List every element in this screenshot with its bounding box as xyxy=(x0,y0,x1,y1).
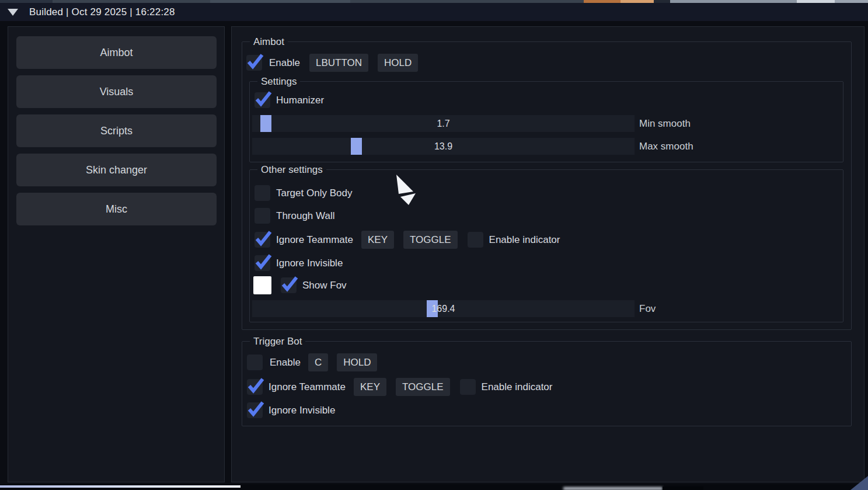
sidebar-item-aimbot[interactable]: Aimbot xyxy=(16,36,217,69)
max-smooth-label: Max smooth xyxy=(639,141,693,152)
sidebar-item-visuals[interactable]: Visuals xyxy=(16,75,217,108)
other-settings-group-title: Other settings xyxy=(257,164,326,175)
min-smooth-slider[interactable]: 1.7 xyxy=(252,115,635,132)
aimbot-group: Aimbot Enable LBUTTON HOLD Settings Huma… xyxy=(242,41,852,330)
sidebar-item-scripts[interactable]: Scripts xyxy=(16,114,217,147)
check-icon xyxy=(280,274,299,293)
aimbot-ignore-invisible-checkbox[interactable] xyxy=(255,255,270,271)
trigger-bot-group-title: Trigger Bot xyxy=(250,336,305,347)
aimbot-ignore-teammate-checkbox[interactable] xyxy=(255,232,270,248)
check-icon xyxy=(254,228,273,247)
humanizer-checkbox[interactable] xyxy=(255,92,270,108)
fov-slider[interactable]: 169.4 xyxy=(252,300,635,317)
fov-label: Fov xyxy=(639,303,656,315)
check-icon xyxy=(246,399,265,418)
through-wall-row: Through Wall xyxy=(255,208,843,224)
aimbot-group-title: Aimbot xyxy=(250,36,288,47)
aimbot-enable-indicator-checkbox[interactable] xyxy=(468,232,483,248)
trigger-ignore-teammate-label: Ignore Teammate xyxy=(269,381,346,393)
humanizer-label: Humanizer xyxy=(276,95,324,106)
target-only-body-checkbox[interactable] xyxy=(255,185,270,201)
humanizer-row: Humanizer xyxy=(255,92,843,108)
fov-color-swatch[interactable] xyxy=(253,276,271,294)
aimbot-ignore-invisible-label: Ignore Invisible xyxy=(276,258,343,269)
through-wall-checkbox[interactable] xyxy=(255,208,270,224)
aimbot-ignore-teammate-mode-button[interactable]: TOGGLE xyxy=(403,231,458,249)
aimbot-enable-label: Enable xyxy=(269,57,300,69)
trigger-bot-group: Trigger Bot Enable C HOLD Ignore Teammat… xyxy=(242,341,852,426)
trigger-enable-indicator-checkbox[interactable] xyxy=(460,379,476,395)
aimbot-keybind-button[interactable]: LBUTTON xyxy=(309,54,368,72)
through-wall-label: Through Wall xyxy=(276,210,334,222)
min-smooth-label: Min smooth xyxy=(639,118,691,130)
settings-group-title: Settings xyxy=(257,76,300,87)
max-smooth-value: 13.9 xyxy=(252,138,635,155)
trigger-enable-row: Enable C HOLD xyxy=(247,353,851,371)
aimbot-enable-row: Enable LBUTTON HOLD xyxy=(246,54,851,72)
sidebar-item-misc[interactable]: Misc xyxy=(16,193,217,225)
titlebar: Builded | Oct 29 2025 | 16:22:28 xyxy=(0,3,868,21)
sidebar-item-skin-changer[interactable]: Skin changer xyxy=(16,154,217,186)
main-panel: Aimbot Enable LBUTTON HOLD Settings Huma… xyxy=(231,26,864,482)
max-smooth-slider[interactable]: 13.9 xyxy=(252,138,635,155)
sidebar: Aimbot Visuals Scripts Skin changer Misc xyxy=(8,26,225,482)
target-only-body-row: Target Only Body xyxy=(255,185,843,201)
aimbot-ignore-teammate-label: Ignore Teammate xyxy=(276,234,353,246)
trigger-enable-checkbox[interactable] xyxy=(247,355,263,370)
fov-row: 169.4 Fov xyxy=(252,300,843,317)
game-dark-blob xyxy=(663,486,703,490)
check-icon xyxy=(254,89,273,107)
trigger-enable-indicator-label: Enable indicator xyxy=(482,381,553,393)
check-icon xyxy=(246,376,265,394)
resize-grip-icon[interactable] xyxy=(849,476,868,490)
aimbot-ignore-invisible-row: Ignore Invisible xyxy=(255,255,843,271)
trigger-ignore-invisible-row: Ignore Invisible xyxy=(247,402,851,418)
aimbot-ignore-teammate-key-button[interactable]: KEY xyxy=(361,231,394,249)
show-fov-label: Show Fov xyxy=(302,280,347,291)
min-smooth-value: 1.7 xyxy=(252,115,635,132)
target-only-body-label: Target Only Body xyxy=(276,187,352,199)
trigger-ignore-teammate-mode-button[interactable]: TOGGLE xyxy=(396,378,450,396)
fov-value: 169.4 xyxy=(252,300,635,317)
collapse-triangle-icon[interactable] xyxy=(8,9,18,16)
trigger-keybind-button[interactable]: C xyxy=(308,353,328,371)
max-smooth-row: 13.9 Max smooth xyxy=(252,138,843,155)
trigger-ignore-invisible-checkbox[interactable] xyxy=(247,402,263,418)
trigger-ignore-invisible-label: Ignore Invisible xyxy=(269,405,335,416)
settings-group: Settings Humanizer 1.7 Min smooth 13.9 xyxy=(249,81,843,162)
show-fov-row: Show Fov xyxy=(253,276,843,294)
trigger-ignore-teammate-checkbox[interactable] xyxy=(247,379,263,395)
trigger-enable-label: Enable xyxy=(270,357,301,369)
trigger-ignore-teammate-key-button[interactable]: KEY xyxy=(354,378,386,396)
aimbot-keymode-button[interactable]: HOLD xyxy=(378,54,418,72)
aimbot-ignore-teammate-row: Ignore Teammate KEY TOGGLE Enable indica… xyxy=(255,231,843,249)
check-icon xyxy=(246,51,264,70)
trigger-ignore-teammate-row: Ignore Teammate KEY TOGGLE Enable indica… xyxy=(247,378,851,396)
trigger-keymode-button[interactable]: HOLD xyxy=(337,353,377,371)
window-title: Builded | Oct 29 2025 | 16:22:28 xyxy=(29,6,175,18)
min-smooth-row: 1.7 Min smooth xyxy=(252,115,843,132)
aimbot-enable-checkbox[interactable] xyxy=(246,55,262,71)
other-settings-group: Other settings Target Only Body Through … xyxy=(249,169,843,322)
game-background-bottom xyxy=(0,484,868,490)
game-light-line xyxy=(0,485,240,488)
check-icon xyxy=(254,252,273,270)
show-fov-checkbox[interactable] xyxy=(281,277,297,293)
game-blurred-text xyxy=(563,487,663,490)
aimbot-enable-indicator-label: Enable indicator xyxy=(489,234,560,246)
